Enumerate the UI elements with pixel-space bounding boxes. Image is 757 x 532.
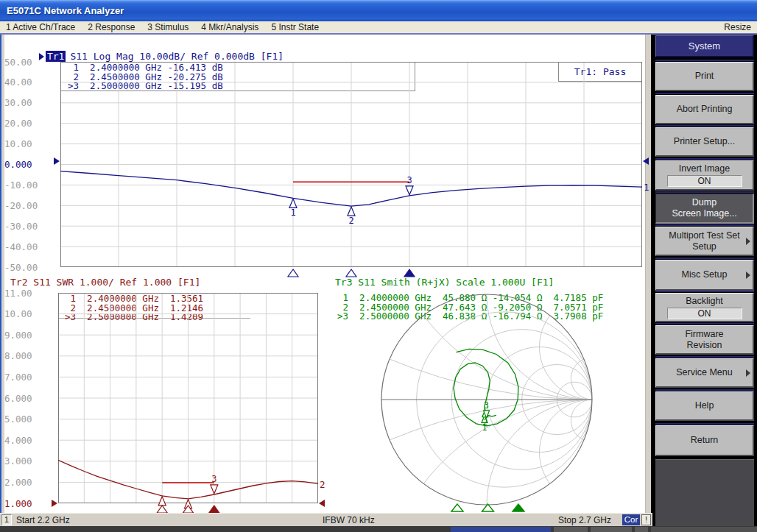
stimulus-marker — [288, 269, 298, 277]
menu-response[interactable]: 2 Response — [88, 22, 135, 32]
softkey-invert-image[interactable]: Invert ImageON — [655, 160, 754, 191]
softkey-separator — [655, 291, 754, 292]
invert-image-toggle-state[interactable]: ON — [667, 175, 742, 187]
menu-active-ch-trace[interactable]: 1 Active Ch/Trace — [6, 22, 75, 32]
tr2-ref-level-marker-left — [52, 500, 57, 507]
marker-symbol — [406, 186, 413, 195]
menu-stimulus[interactable]: 3 Stimulus — [147, 22, 189, 32]
softkey-separator — [655, 258, 754, 259]
softkey-empty-panel — [655, 459, 754, 526]
tr2-header: Tr2 S11 SWR 1.000/ Ref 1.000 [F1] — [10, 277, 200, 288]
instrument-display: Tr1S11 Log Mag 10.00dB/ Ref 0.000dB [F1]… — [4, 35, 645, 513]
menu-bar: 1 Active Ch/Trace 2 Response 3 Stimulus … — [0, 21, 757, 35]
taskbar-clock-area — [651, 527, 757, 532]
marker-symbol — [348, 207, 355, 216]
backlight-toggle-state[interactable]: ON — [667, 308, 742, 319]
tr1-ref-level-marker-left — [54, 157, 60, 165]
softkey-help[interactable]: Help — [655, 391, 754, 421]
tr1-ref-level-marker-right — [643, 157, 649, 165]
softkey-label: Printer Setup... — [674, 136, 735, 147]
softkey-label: Backlight — [686, 296, 723, 307]
submenu-arrow-icon — [746, 369, 750, 377]
y-axis-label: 0.000 — [4, 159, 56, 170]
softkey-label: Return — [691, 435, 719, 446]
menu-mkr-analysis[interactable]: 4 Mkr/Analysis — [201, 22, 258, 32]
softkey-label: Firmware — [685, 329, 723, 340]
taskbar-item[interactable] — [451, 527, 551, 532]
y-axis-label: 6.000 — [4, 393, 53, 404]
y-axis-label: -30.00 — [4, 221, 56, 232]
softkey-separator — [655, 93, 754, 94]
softkey-label: Print — [695, 71, 714, 82]
tr1-y-axis: 50.0040.0030.0020.0010.000.000-10.00-20.… — [4, 62, 56, 275]
windows-taskbar — [0, 526, 757, 532]
status-bar: 1 Start 2.2 GHz IFBW 70 kHz Stop 2.7 GHz… — [0, 513, 652, 526]
marker-number: 3 — [211, 474, 216, 484]
stimulus-marker — [404, 269, 415, 277]
marker-symbol — [289, 199, 297, 208]
softkey-label: Multiport Test Set — [669, 230, 739, 241]
y-axis-label: -40.00 — [4, 241, 56, 252]
y-axis-label: 5.000 — [4, 414, 53, 425]
softkey-separator — [655, 224, 754, 226]
stimulus-marker — [209, 506, 219, 513]
taskbar-item[interactable] — [635, 527, 648, 532]
tr2-plot: 123 — [58, 293, 318, 514]
y-axis-label: 3.000 — [4, 455, 53, 467]
softkey-label: Abort Printing — [677, 104, 733, 115]
tr2-y-axis: 11.0010.009.0008.0007.0006.0005.0004.000… — [4, 293, 53, 511]
marker-number: 2 — [482, 417, 487, 428]
y-axis-label: 2.000 — [4, 477, 53, 488]
softkey-dump-screen-image[interactable]: DumpScreen Image... — [655, 194, 754, 224]
marker-number: 3 — [484, 400, 489, 411]
y-axis-label: -10.00 — [4, 180, 56, 191]
ifbw-readout: IFBW 70 kHz — [323, 515, 375, 525]
tr3-smith-chart: 123 — [321, 289, 649, 512]
y-axis-label: 7.000 — [4, 372, 53, 383]
menu-resize[interactable]: Resize — [724, 22, 751, 32]
softkey-misc-setup[interactable]: Misc Setup — [655, 260, 754, 291]
tr3-header: Tr3 S11 Smith (R+jX) Scale 1.000U [F1] — [335, 277, 554, 288]
sweep-start-readout: Start 2.2 GHz — [16, 515, 70, 525]
softkey-service-menu[interactable]: Service Menu — [655, 358, 754, 388]
y-axis-label: 8.000 — [4, 350, 53, 361]
tr1-header-text: S11 Log Mag 10.00dB/ Ref 0.000dB [F1] — [70, 51, 284, 62]
taskbar-item[interactable] — [554, 527, 588, 532]
stimulus-marker — [346, 269, 356, 277]
y-axis-label: 20.00 — [4, 118, 56, 129]
menu-instr-state[interactable]: 5 Instr State — [271, 22, 319, 32]
y-axis-label: 1.000 — [4, 498, 53, 509]
y-axis-label: 10.00 — [4, 308, 53, 319]
softkey-separator — [655, 60, 754, 61]
softkey-label: Misc Setup — [682, 269, 728, 280]
submenu-arrow-icon — [746, 272, 750, 279]
y-axis-label: 11.00 — [4, 288, 53, 299]
softkey-firmware-revision[interactable]: FirmwareRevision — [655, 325, 754, 355]
stimulus-marker — [157, 506, 167, 513]
correction-status-badge: Cor — [622, 514, 640, 525]
stimulus-marker — [513, 504, 524, 511]
softkey-print[interactable]: Print — [655, 62, 754, 91]
y-axis-label: 4.000 — [4, 435, 53, 446]
y-axis-label: 9.000 — [4, 330, 53, 341]
marker-number: 1 — [290, 208, 295, 218]
softkey-printer-setup[interactable]: Printer Setup... — [655, 127, 754, 157]
y-axis-label: 10.00 — [4, 138, 56, 149]
y-axis-label: 50.00 — [4, 57, 56, 68]
stimulus-marker — [451, 504, 463, 511]
y-axis-label: 30.00 — [4, 97, 56, 108]
softkey-multiport-test-set-setup[interactable]: Multiport Test SetSetup — [655, 227, 754, 256]
softkey-separator — [655, 389, 754, 391]
softkey-separator — [655, 356, 754, 358]
softkey-label: Invert Image — [679, 163, 730, 174]
stimulus-marker — [183, 506, 194, 513]
softkey-menu: SystemPrintAbort PrintingPrinter Setup..… — [651, 35, 757, 526]
softkey-backlight[interactable]: BacklightON — [655, 293, 754, 322]
e5071c-window: E5071C Network Analyzer 1 Active Ch/Trac… — [0, 0, 757, 532]
softkey-return[interactable]: Return — [655, 425, 754, 456]
softkey-label: Help — [695, 400, 714, 411]
softkey-separator — [655, 158, 754, 160]
softkey-abort-printing[interactable]: Abort Printing — [655, 95, 754, 124]
marker-symbol — [211, 485, 218, 494]
taskbar-item[interactable] — [591, 527, 632, 532]
